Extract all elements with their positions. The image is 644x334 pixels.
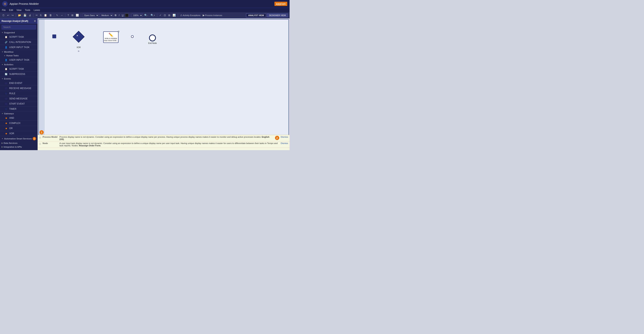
automation-section-header[interactable]: Automation Smart Services 1 (0, 136, 38, 141)
rule-item[interactable]: ⊙ RULE (0, 91, 38, 96)
zoom-out-button[interactable]: 🔍- (144, 13, 149, 17)
notif-diamond-icon: ◇ (39, 136, 41, 139)
save-button[interactable]: 💾 (23, 13, 27, 17)
bottom-badge-area: 1 (40, 130, 44, 135)
suggested-user-input-task[interactable]: 👤 USER INPUT TASK (0, 45, 38, 50)
menu-file[interactable]: File (2, 9, 6, 11)
left-panel: Reassign Analyst (Draft) ✕ Suggested 📋 S… (0, 18, 38, 150)
panel-title: Reassign Analyst (Draft) (2, 20, 28, 22)
menu-edit[interactable]: Edit (9, 9, 13, 11)
font-family-select[interactable]: Open Sans (82, 13, 99, 17)
cut-button[interactable]: ✂ (35, 13, 38, 17)
connect-button[interactable]: ↔ (60, 13, 64, 17)
table-button[interactable]: ⊞ (70, 13, 74, 17)
panel-close-button[interactable]: ✕ (34, 19, 36, 23)
or-item[interactable]: ◆ OR (0, 126, 38, 131)
intermediate-circle (131, 35, 134, 38)
underline-button[interactable]: U (121, 13, 124, 17)
automation-label: Automation Smart Services (4, 138, 32, 140)
write-task-node[interactable]: ⚙ ✏️ Write to MultipleData Store Entiti.… (103, 31, 118, 43)
system-process-lane: System Process Reassing Order (38, 19, 289, 150)
italic-button[interactable]: I (118, 13, 120, 17)
call-integration-icon: 🔗 (4, 41, 8, 44)
notif-type-2: Node (42, 142, 58, 144)
menubar: File Edit View Tools Lanes (0, 8, 290, 12)
events-section-header[interactable]: Events (0, 77, 38, 81)
xor-diamond (73, 31, 84, 43)
suggested-call-integration[interactable]: 🔗 CALL INTEGRATION (0, 40, 38, 45)
zoom-select[interactable]: 100% (131, 13, 143, 17)
select-button[interactable]: ↖ (56, 13, 59, 17)
automation-badge: 1 (32, 137, 36, 140)
new-button[interactable]: 🗋 (2, 13, 6, 17)
search-box (0, 24, 38, 31)
search-input[interactable] (2, 25, 36, 29)
activities-subprocess[interactable]: 🔄 SUBPROCESS (0, 72, 38, 77)
notif-badge-2: 2 (275, 136, 279, 140)
integration-apis-section-header[interactable]: Integration & APIs (0, 145, 38, 149)
menu-view[interactable]: View (16, 9, 22, 11)
workflow-user-input-icon: 👤 (4, 58, 8, 61)
and-item[interactable]: ◆ AND (0, 116, 38, 121)
user-input-task-icon: 👤 (4, 46, 8, 49)
color-button[interactable] (125, 13, 128, 17)
redo-button[interactable]: ↪ (11, 13, 14, 17)
process-instances-button[interactable]: ▶ Process Instances (202, 13, 223, 17)
check-button[interactable]: ✓ (158, 13, 162, 17)
notif-node-icon: ◇ (39, 142, 41, 145)
table3-button[interactable]: ⊞ (168, 13, 171, 17)
complex-icon: ◆ (4, 122, 8, 125)
font-size-select[interactable]: Medium (100, 13, 113, 17)
activities-section-header[interactable]: Activities (0, 63, 38, 66)
undo-button[interactable]: ↩ (6, 13, 10, 17)
activities-script-task[interactable]: 📋 SCRIPT TASK (0, 66, 38, 72)
notif-type-1: Process Model (42, 136, 58, 138)
menu-lanes[interactable]: Lanes (34, 9, 40, 11)
complex-item[interactable]: ◆ COMPLEX (0, 121, 38, 126)
suggested-script-task[interactable]: 📋 SCRIPT TASK (0, 34, 38, 40)
start-point (52, 34, 56, 38)
paste-button[interactable]: 📋 (43, 13, 48, 17)
delete-button[interactable]: 🗑 (48, 13, 52, 17)
activity-exceptions-button[interactable]: ⚠ Activity Exceptions (179, 13, 201, 17)
subprocess-icon: 🔄 (4, 73, 8, 76)
table2-button[interactable]: ⊡ (163, 13, 167, 17)
end-event-item[interactable]: ⊙ END EVENT (0, 81, 38, 86)
or-icon: ◆ (4, 127, 8, 130)
titlebar: ⚙ Appian Process Modeler appian (0, 0, 290, 8)
menu-tools[interactable]: Tools (25, 9, 30, 11)
suggested-section-header[interactable]: Suggested (0, 31, 38, 34)
send-message-item[interactable]: ⊙ SEND MESSAGE (0, 96, 38, 101)
process-canvas: System Process Reassing Order (38, 18, 290, 135)
zoom-in-button[interactable]: 🔍+ (150, 13, 156, 17)
end-circle (149, 34, 156, 41)
end-node[interactable]: End Node (148, 34, 157, 44)
designer-view-button[interactable]: DESIGNER VIEW (267, 13, 288, 17)
workflow-user-input-task[interactable]: 👤 USER INPUT TASK (0, 57, 38, 63)
data-services-section-header[interactable]: Data Services (0, 141, 38, 145)
canvas-area[interactable]: System Process Reassing Order (38, 18, 290, 150)
analyst-view-button[interactable]: ANALYST VIEW (246, 13, 266, 17)
rule-icon: ⊙ (4, 92, 8, 95)
workflow-section-header[interactable]: Workflow (0, 50, 38, 54)
intermediate-event-node[interactable] (131, 35, 134, 38)
notif-dismiss-1[interactable]: Dismiss (281, 136, 288, 138)
human-tasks-header[interactable]: Human Tasks (0, 54, 38, 57)
copy-button[interactable]: ⎘ (39, 13, 42, 17)
notif-message-1: Process display name is not dynamic. Con… (60, 136, 274, 140)
timer-item[interactable]: ⊙ TIMER (0, 107, 38, 112)
notif-node: ◇ Node A user input task display name is… (38, 141, 290, 148)
xor-item[interactable]: ◆ XOR (0, 131, 38, 136)
bold-button[interactable]: B (114, 13, 117, 17)
text-button[interactable]: T (67, 13, 70, 17)
send-message-icon: ⊙ (4, 97, 8, 100)
open-button[interactable]: 📂 (17, 13, 22, 17)
receive-message-item[interactable]: ⊙ RECEIVE MESSAGE (0, 86, 38, 91)
gateways-section-header[interactable]: Gateways (0, 112, 38, 116)
print-button[interactable]: 🖨 (28, 13, 32, 17)
xor-node[interactable]: ✕ XOR ⟳ (74, 32, 83, 48)
notif-dismiss-2[interactable]: Dismiss (281, 142, 288, 144)
start-event-item[interactable]: ⊙ START EVENT (0, 101, 38, 107)
chart-button[interactable]: 📊 (172, 13, 176, 17)
frame-button[interactable]: ⬜ (75, 13, 80, 17)
